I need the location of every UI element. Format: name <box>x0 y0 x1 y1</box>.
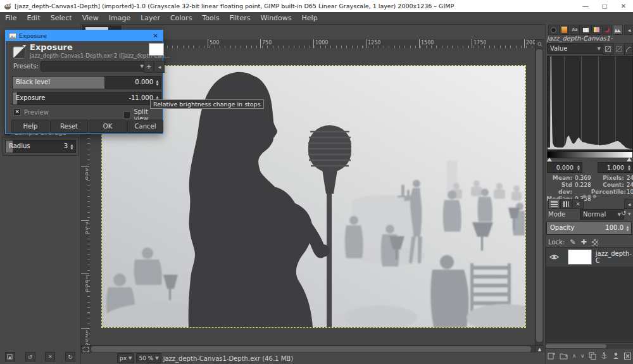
panel-splitter-handle[interactable]: ●●● <box>582 194 598 199</box>
menu-select[interactable]: Select <box>46 13 77 23</box>
tab-paths[interactable]: ✕ <box>572 199 584 209</box>
tab-tool-options[interactable] <box>548 25 558 35</box>
horizontal-scrollbar-thumb[interactable] <box>91 346 531 352</box>
tab-gradients[interactable] <box>559 25 569 35</box>
menu-image[interactable]: Image <box>104 13 135 23</box>
reset-button[interactable]: Reset <box>50 120 88 133</box>
minimize-button[interactable]: — <box>576 0 595 12</box>
menu-tools[interactable]: Tools <box>197 13 224 23</box>
duplicate-layer-icon[interactable] <box>589 352 596 360</box>
preset-menu-button[interactable]: ◀ <box>154 61 165 73</box>
dialog-close-icon[interactable]: ✕ <box>153 32 158 39</box>
menu-filters[interactable]: Filters <box>224 13 255 23</box>
preview-row: ✕ Preview <box>13 108 49 116</box>
log-histogram-button[interactable] <box>624 43 633 55</box>
reset-tool-options-icon[interactable]: ↻ <box>65 352 75 361</box>
linear-icon <box>605 46 611 52</box>
tab-histogram[interactable] <box>613 25 623 35</box>
range-handle-high[interactable] <box>627 158 632 161</box>
opacity-spinner[interactable]: ▲▼ <box>625 223 630 234</box>
anchor-icon[interactable] <box>601 352 608 360</box>
histogram-plot <box>548 56 632 149</box>
black-level-spinscale[interactable]: Black level 0.000 ▲▼ <box>12 76 161 89</box>
menu-edit[interactable]: Edit <box>22 13 45 23</box>
range-handle-low[interactable] <box>547 158 552 161</box>
vertical-scrollbar[interactable] <box>535 48 544 345</box>
menu-windows[interactable]: Windows <box>255 13 296 23</box>
menu-file[interactable]: File <box>0 13 22 23</box>
black-level-label: Black level <box>16 78 50 85</box>
lower-layer-icon[interactable]: ∨ <box>580 353 585 359</box>
layer-list[interactable]: jazz_depth-C <box>546 247 633 343</box>
layer-row[interactable]: jazz_depth-C <box>546 248 633 267</box>
mode-switch-icon[interactable]: ↺ <box>621 210 626 217</box>
save-tool-preset-icon[interactable] <box>5 352 15 361</box>
radius-spinner[interactable]: ▲▼ <box>69 141 75 152</box>
color-swatch[interactable] <box>149 43 164 56</box>
tab-channels[interactable] <box>560 199 572 209</box>
new-group-icon[interactable] <box>560 352 568 360</box>
stat-label: Pixels: <box>591 175 624 182</box>
raise-layer-icon[interactable]: ∧ <box>572 353 577 359</box>
tooltip-text: Relative brightness change in stops <box>153 101 261 108</box>
dock-menu-button[interactable]: ◀ <box>624 25 633 35</box>
preview-checkbox[interactable]: ✕ <box>13 108 21 116</box>
histogram-frame[interactable] <box>547 56 633 151</box>
restore-tool-preset-icon[interactable]: ↺ <box>25 352 35 361</box>
layer-thumbnail[interactable] <box>568 249 592 265</box>
menu-view[interactable]: View <box>77 13 104 23</box>
channel-dropdown[interactable]: Value ▼ <box>547 43 604 54</box>
exposure-spinscale[interactable]: Exposure -11.000 ▲▼ <box>12 92 161 105</box>
menu-colors[interactable]: Colors <box>165 13 197 23</box>
tool-options-icon <box>551 27 556 33</box>
delete-layer-icon[interactable] <box>624 353 631 360</box>
eye-icon[interactable] <box>549 254 559 260</box>
spinner-arrows-icon[interactable]: ▲▼ <box>575 165 582 171</box>
dock-menu-button-2[interactable]: ◀ <box>624 199 633 209</box>
new-layer-icon[interactable] <box>548 352 555 360</box>
add-preset-button[interactable]: + <box>144 61 154 73</box>
merge-down-icon[interactable] <box>612 352 620 360</box>
close-button[interactable]: ✕ <box>614 0 633 12</box>
lock-alpha-icon[interactable] <box>592 239 598 246</box>
tab-layers[interactable] <box>548 199 560 209</box>
black-level-spinner[interactable]: ▲▼ <box>154 77 160 88</box>
layers-scrollbar[interactable] <box>546 344 633 349</box>
help-button[interactable]: Help <box>11 120 49 133</box>
ok-button[interactable]: OK <box>89 120 127 133</box>
linear-histogram-button[interactable] <box>603 43 613 55</box>
tab-fonts[interactable]: Aa <box>570 25 580 35</box>
mode-dropdown[interactable]: Normal ▼ <box>580 209 624 220</box>
tab-colors[interactable] <box>602 25 612 35</box>
maximize-button[interactable]: ▢ <box>595 0 614 12</box>
spinner-arrows-icon[interactable]: ▲▼ <box>626 165 632 171</box>
ruler-label: 1000 <box>313 39 328 48</box>
exposure-label: Exposure <box>16 94 45 101</box>
delete-tool-preset-icon[interactable]: ✕ <box>45 352 55 361</box>
opacity-value: 100.0 <box>605 224 624 231</box>
vertical-scrollbar-thumb[interactable] <box>536 49 542 342</box>
lock-position-icon[interactable]: ✚ <box>580 238 586 246</box>
range-max-spinbox[interactable]: 1.000 ▲▼ <box>598 162 633 173</box>
chevron-down-icon[interactable]: ▼ <box>628 211 631 216</box>
tab-palettes[interactable] <box>591 25 601 35</box>
ruler-label: 1500 <box>419 39 434 48</box>
tab-images[interactable] <box>580 25 591 35</box>
layers-scrollbar-thumb[interactable] <box>546 344 606 348</box>
menu-layer[interactable]: Layer <box>135 13 165 23</box>
opacity-spinscale[interactable]: Opacity 100.0 ▲▼ <box>546 222 632 235</box>
window-titlebar[interactable]: [jazz_depth-Canvas1-Depth] (imported)-1.… <box>0 0 633 12</box>
split-view-checkbox[interactable] <box>123 111 130 119</box>
dialog-title-text: Exposure <box>19 32 47 39</box>
dialog-heading: Exposure <box>30 42 73 52</box>
presets-dropdown[interactable]: ▼ <box>41 61 147 72</box>
radius-spinscale[interactable]: Radius 3 ▲▼ <box>5 140 76 153</box>
lock-pixels-icon[interactable]: ✎ <box>570 238 575 246</box>
menu-help[interactable]: Help <box>297 13 323 23</box>
range-min-spinbox[interactable]: 0.000 ▲▼ <box>547 162 582 173</box>
cancel-button[interactable]: Cancel <box>127 120 163 133</box>
unit-dropdown[interactable]: px▼ <box>117 353 134 363</box>
zoom-dropdown[interactable]: 50 %▼ <box>136 353 161 363</box>
perceptual-histogram-button[interactable] <box>613 43 624 55</box>
dialog-titlebar[interactable]: Exposure ✕ <box>6 30 163 41</box>
